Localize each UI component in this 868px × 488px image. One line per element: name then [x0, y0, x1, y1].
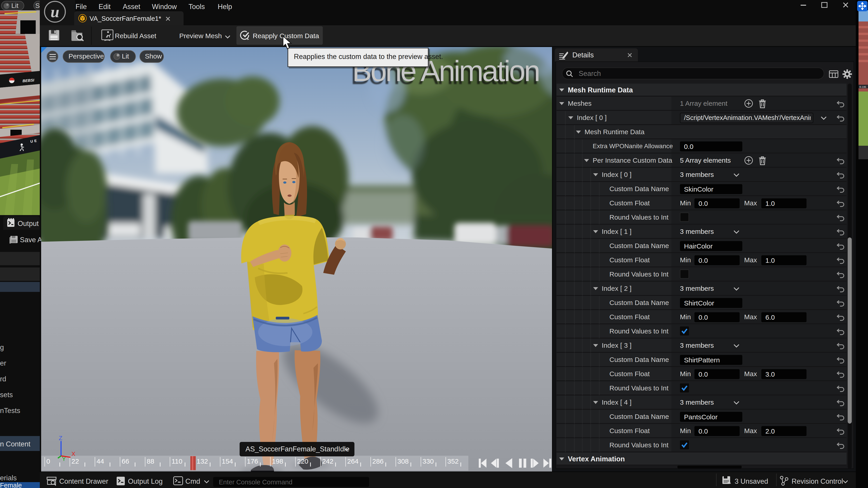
- svg-text:R-195: R-195: [860, 86, 866, 88]
- svg-text:Y: Y: [62, 455, 66, 461]
- svg-text:u: u: [51, 3, 59, 21]
- svg-text:BEBSI: BEBSI: [22, 78, 35, 83]
- svg-text:Z: Z: [59, 436, 62, 442]
- svg-text:X: X: [71, 451, 75, 457]
